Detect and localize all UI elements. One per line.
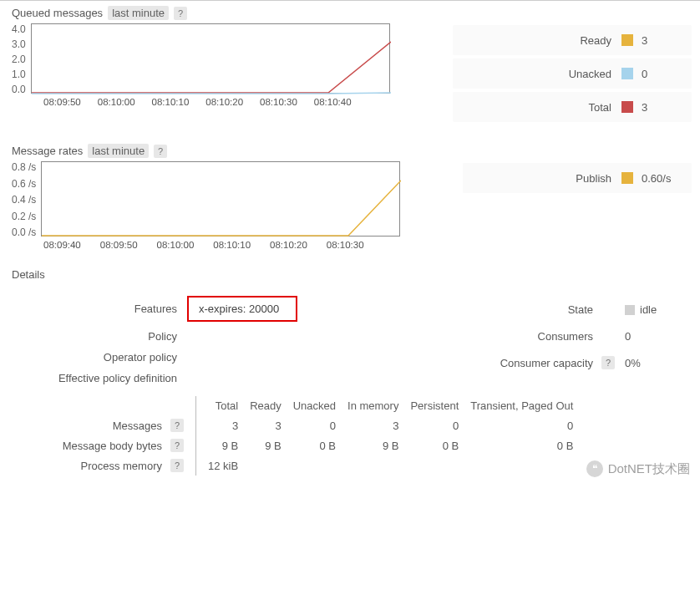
cell: 0 [470,415,585,435]
features-label: Features [12,303,187,315]
features-value: x-expires: 20000 [187,296,297,322]
message-rates-subtitle[interactable]: last minute [88,144,149,158]
table-row: Message body bytes ? 9 B 9 B 0 B 9 B 0 B… [12,435,585,455]
y-tick: 0.8 /s [12,161,36,173]
policy-label: Policy [12,330,187,343]
help-icon[interactable]: ? [174,7,187,20]
message-rates-title: Message rates [12,145,83,157]
y-tick: 4.0 [12,23,26,35]
wechat-icon: ❝ [586,460,603,477]
state-icon [625,305,635,315]
help-icon[interactable]: ? [170,459,184,472]
y-tick: 0.4 /s [12,194,36,206]
y-tick: 3.0 [12,38,26,50]
chart1-legend: Ready 3 Unacked 0 Total 3 [453,23,692,125]
legend-total: Total 3 [453,92,692,122]
x-tick: 08:09:40 [43,240,81,250]
y-tick: 0.0 /s [12,226,36,238]
legend-publish: Publish 0.60/s [463,163,692,193]
legend-value: 0.60/s [642,172,692,185]
help-icon[interactable]: ? [170,419,184,432]
legend-label: Unacked [453,68,621,80]
help-icon[interactable]: ? [170,439,184,452]
chart2-legend: Publish 0.60/s [463,161,692,250]
queued-messages-subtitle[interactable]: last minute [108,6,169,20]
help-icon[interactable]: ? [601,356,615,369]
legend-value: 0 [642,68,692,80]
x-tick: 08:10:10 [213,240,251,250]
x-tick: 08:10:20 [205,97,243,107]
queued-messages-title: Queued messages [12,7,103,19]
x-tick: 08:10:30 [260,97,297,107]
details-header: Details [12,268,692,281]
state-label: State [363,303,601,316]
col-ready: Ready [250,396,293,415]
x-tick: 08:10:20 [270,240,307,250]
legend-value: 3 [642,34,692,47]
state-value: idle [625,303,692,316]
legend-ready: Ready 3 [453,25,692,55]
effective-policy-label: Effective policy definition [12,372,187,384]
cell: 0 [293,415,347,435]
cell: 0 B [470,435,585,455]
y-tick: 0.0 [12,84,26,95]
y-tick: 0.2 /s [12,211,36,222]
col-persistent: Persistent [410,396,470,415]
x-tick: 08:10:00 [157,240,195,250]
consumers-value: 0 [625,330,692,343]
cell: 9 B [196,435,251,455]
x-tick: 08:09:50 [43,97,81,107]
col-in-memory: In memory [347,396,410,415]
col-unacked: Unacked [293,396,347,415]
table-row: Process memory ? 12 kiB [12,455,585,476]
consumers-label: Consumers [363,330,601,343]
help-icon[interactable]: ? [154,145,167,158]
consumer-capacity-label: Consumer capacity [363,357,601,369]
consumer-capacity-value: 0% [625,357,692,369]
cell: 0 B [293,435,347,455]
x-tick: 08:09:50 [100,240,138,250]
cell [347,455,410,476]
chart-queued-messages: 4.0 3.0 2.0 1.0 0.0 08:09:50 08:10:00 08… [12,23,403,125]
cell: 9 B [347,435,410,455]
row-process-memory-label: Process memory [12,455,170,476]
cell: 12 kiB [196,455,251,476]
legend-swatch [621,101,633,113]
cell: 9 B [250,435,293,455]
legend-swatch [621,34,633,46]
col-transient: Transient, Paged Out [470,396,585,415]
row-body-bytes-label: Message body bytes [12,435,170,455]
cell [293,455,347,476]
legend-label: Ready [453,34,621,47]
x-tick: 08:10:10 [152,97,190,107]
y-tick: 1.0 [12,69,26,80]
cell: 3 [347,415,410,435]
watermark: ❝ DotNET技术圈 [586,460,690,477]
x-tick: 08:10:30 [327,240,364,250]
y-tick: 0.6 /s [12,178,36,190]
legend-unacked: Unacked 0 [453,58,692,89]
cell: 3 [250,415,293,435]
col-total: Total [196,396,251,415]
legend-label: Publish [463,172,621,185]
operator-policy-label: Operator policy [12,351,187,364]
cell: 3 [196,415,251,435]
x-tick: 08:10:40 [314,97,352,107]
row-messages-label: Messages [12,415,170,435]
table-row: Messages ? 3 3 0 3 0 0 [12,415,585,435]
legend-swatch [621,68,633,79]
cell [250,455,293,476]
chart-message-rates: 0.8 /s 0.6 /s 0.4 /s 0.2 /s 0.0 /s 08:09… [12,161,413,250]
cell [410,455,470,476]
x-tick: 08:10:00 [98,97,135,107]
cell [470,455,585,476]
legend-label: Total [453,101,621,114]
cell: 0 [410,415,470,435]
cell: 0 B [410,435,470,455]
legend-swatch [621,172,633,184]
legend-value: 3 [642,101,692,114]
y-tick: 2.0 [12,53,26,65]
